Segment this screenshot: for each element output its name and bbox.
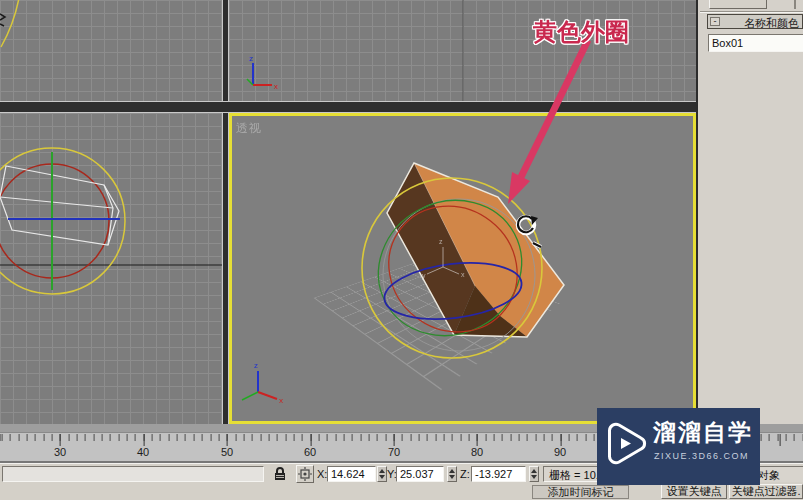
object-name-input[interactable]: Box01 (708, 34, 803, 52)
ruler-number: 80 (471, 446, 483, 458)
absolute-mode-toggle[interactable] (296, 465, 314, 483)
key-filters-button[interactable]: 关键点过滤器. (729, 484, 803, 499)
y-coord-input[interactable]: 25.037 (396, 466, 444, 482)
x-coord-input[interactable]: 14.624 (327, 466, 376, 482)
rollout-collapse-button[interactable]: - (710, 17, 720, 26)
viewport-left-front-overlay (0, 113, 222, 424)
set-key-button[interactable]: 设置关键点 (661, 484, 727, 499)
z-coord-input[interactable]: -13.927 (471, 466, 526, 482)
ruler-number: 50 (221, 446, 233, 458)
rotate-gizmo-yellow-arc[interactable] (1, 0, 19, 47)
panel-separator (794, 0, 796, 9)
ruler-number: 30 (54, 446, 66, 458)
x-axis-label: x (274, 82, 278, 91)
rollout-title: 名称和颜色 (744, 16, 799, 31)
viewport-label-perspective[interactable]: 透视 (236, 120, 262, 137)
rotate-gizmo-red-circle[interactable] (0, 164, 109, 278)
panel-groove (700, 11, 803, 13)
x-coord-spinner[interactable] (377, 466, 387, 482)
svg-text:x: x (461, 271, 465, 278)
y-coord-spinner[interactable] (447, 466, 457, 482)
rollout-name-and-color[interactable]: - 名称和颜色 (707, 14, 803, 29)
wireframe-fragment (0, 14, 5, 26)
viewport-divider-vertical[interactable] (222, 0, 229, 432)
z-coord-label: Z: (460, 468, 470, 480)
status-line-field (2, 466, 264, 482)
box-wireframe[interactable] (0, 166, 119, 245)
play-logo-icon (605, 420, 653, 470)
viewport-top-left-overlay (0, 0, 222, 101)
3dsmax-app-window: z x (0, 0, 803, 500)
add-time-tag-button[interactable]: 添加时间标记 (532, 485, 629, 499)
annotation-text: 黄色外圈 (533, 16, 629, 48)
viewport-perspective-overlay: z x y z x (232, 116, 693, 421)
watermark-brand: 溜溜自学 (653, 417, 753, 448)
world-axis-tripod-icon: z x (242, 361, 283, 405)
z-axis-label: z (254, 361, 258, 370)
ruler-number: 90 (554, 446, 566, 458)
watermark: 溜溜自学 ZIXUE.3D66.COM (597, 408, 760, 485)
svg-text:z: z (439, 238, 443, 245)
svg-text:y: y (422, 272, 426, 280)
z-coord-spinner[interactable] (529, 466, 539, 482)
ruler-number: 40 (137, 446, 149, 458)
viewport-divider-horizontal[interactable] (0, 101, 696, 113)
world-axis-tripod-icon: z x (247, 54, 278, 91)
z-axis-label: z (249, 54, 253, 63)
rotate-gizmo-yellow-circle[interactable] (0, 148, 125, 294)
viewport-top-left[interactable] (0, 0, 222, 101)
x-coord-label: X: (317, 468, 327, 480)
viewport-left-front[interactable] (0, 113, 222, 424)
ruler-number: 60 (304, 446, 316, 458)
command-panel: - 名称和颜色 Box01 (696, 0, 803, 432)
selection-lock-icon[interactable] (272, 465, 288, 483)
ruler-number: 70 (388, 446, 400, 458)
x-axis-label: x (279, 396, 283, 405)
viewport-perspective[interactable]: z x y z x 透视 (229, 113, 696, 424)
box-object[interactable] (387, 163, 564, 337)
panel-button-fragment[interactable] (709, 0, 767, 9)
watermark-site: ZIXUE.3D66.COM (654, 451, 749, 461)
bottom-toolbar: 添加时间标记 设置关键点 关键点过滤器. (0, 484, 803, 500)
